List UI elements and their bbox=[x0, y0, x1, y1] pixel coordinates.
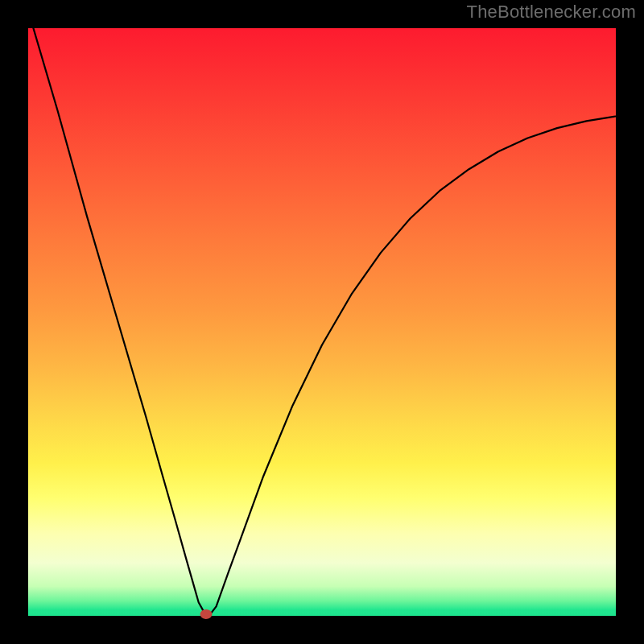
chart-frame: TheBottlenecker.com bbox=[0, 0, 644, 644]
optimal-point-marker bbox=[200, 609, 213, 619]
bottleneck-curve bbox=[28, 28, 616, 616]
watermark-text: TheBottlenecker.com bbox=[467, 2, 636, 23]
